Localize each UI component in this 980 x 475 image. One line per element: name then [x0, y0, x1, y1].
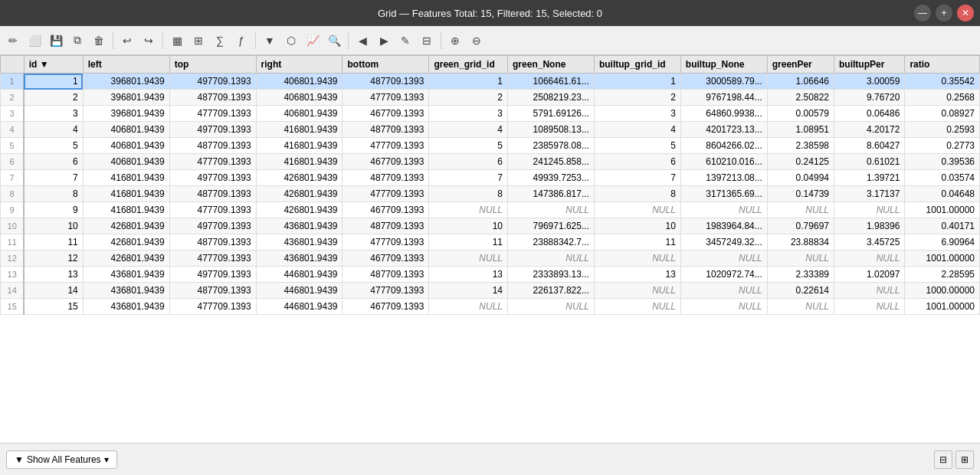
cell-green_grid_id: 5	[429, 138, 508, 154]
cell-green_None: 23888342.7...	[508, 234, 595, 251]
grid-view-button[interactable]: ⊞	[188, 31, 208, 51]
calc-button[interactable]: ∑	[210, 31, 230, 51]
row-number: 6	[1, 154, 25, 170]
cell-left: 426801.9439	[83, 234, 169, 251]
cell-left: 406801.9439	[83, 122, 169, 138]
row-number: 12	[1, 251, 25, 267]
grid2-button[interactable]: ⊟	[417, 31, 437, 51]
cell-builtupPer: 9.76720	[834, 90, 905, 106]
header-id[interactable]: id ▼	[24, 56, 83, 74]
table-row[interactable]: 66406801.9439477709.1393416801.943946770…	[1, 154, 980, 170]
formula-button[interactable]: ƒ	[231, 31, 251, 51]
table-row[interactable]: 77416801.9439497709.1393426801.943948770…	[1, 170, 980, 186]
table-view-button[interactable]: ⊞	[955, 450, 974, 469]
maximize-button[interactable]: +	[936, 5, 952, 21]
cell-left: 416801.9439	[83, 186, 169, 202]
table-row[interactable]: 1111426801.9439487709.1393436801.9439477…	[1, 234, 980, 251]
separator-4	[348, 32, 349, 49]
cell-builtup_grid_id: 3	[594, 106, 680, 122]
minimize-button[interactable]: —	[914, 5, 931, 21]
grid-container[interactable]: id ▼ left top right bottom green_grid_id…	[0, 55, 980, 443]
panel-toggle-button[interactable]: ⊟	[934, 450, 952, 469]
table-row[interactable]: 1010426801.9439497709.1393436801.9439487…	[1, 218, 980, 234]
cell-ratio: 0.2773	[905, 138, 980, 154]
cell-left: 396801.9439	[83, 74, 169, 90]
undo-button[interactable]: ↩	[117, 31, 137, 51]
copy-button[interactable]: ⧉	[67, 31, 87, 51]
select-all-button[interactable]: ⬜	[25, 31, 44, 51]
move-right-button[interactable]: ▶	[374, 31, 394, 51]
move-left-button[interactable]: ◀	[352, 31, 372, 51]
cell-bottom: 487709.1393	[343, 267, 429, 283]
save-button[interactable]: 💾	[46, 31, 66, 51]
cell-bottom: 477709.1393	[343, 186, 429, 202]
cell-builtup_None: 1397213.08...	[680, 170, 767, 186]
cell-builtup_grid_id: 6	[594, 154, 680, 170]
show-all-label: Show All Features	[27, 454, 101, 465]
cell-top: 477709.1393	[169, 106, 256, 122]
header-right[interactable]: right	[256, 56, 343, 74]
table-row[interactable]: 44406801.9439497709.1393416801.943948770…	[1, 122, 980, 138]
cell-builtup_grid_id: 7	[594, 170, 680, 186]
cell-builtupPer: 3.17137	[834, 186, 905, 202]
separator-2	[162, 32, 163, 49]
header-builtup-none[interactable]: builtup_None	[680, 56, 767, 74]
toolbar: ✏ ⬜ 💾 ⧉ 🗑 ↩ ↪ ▦ ⊞ ∑ ƒ ▼ ⬡ 📈 🔍 ◀ ▶ ✎ ⊟ ⊕ …	[0, 26, 980, 55]
cell-green_grid_id: 11	[429, 234, 508, 251]
header-ratio[interactable]: ratio	[905, 56, 980, 74]
chart-button[interactable]: 📈	[303, 31, 323, 51]
table-row[interactable]: 55406801.9439487709.1393416801.943947770…	[1, 138, 980, 154]
cell-builtup_grid_id: 8	[594, 186, 680, 202]
table-row[interactable]: 1414436801.9439487709.1393446801.9439477…	[1, 283, 980, 299]
cell-builtup_grid_id: NULL	[594, 251, 680, 267]
cell-builtupPer: NULL	[834, 202, 905, 218]
cell-builtup_None: 3171365.69...	[680, 186, 767, 202]
table-row[interactable]: 1212426801.9439477709.1393436801.9439467…	[1, 251, 980, 267]
cell-top: 487709.1393	[169, 138, 256, 154]
header-greenper[interactable]: greenPer	[767, 56, 834, 74]
cell-builtupPer: 8.60427	[834, 138, 905, 154]
cell-green_grid_id: 8	[429, 186, 508, 202]
columns-button[interactable]: ▦	[167, 31, 187, 51]
cell-left: 406801.9439	[83, 138, 169, 154]
table-row[interactable]: 11396801.9439497709.1393406801.943948770…	[1, 74, 980, 90]
map-button[interactable]: ⬡	[281, 31, 301, 51]
header-green-none[interactable]: green_None	[508, 56, 595, 74]
edit2-button[interactable]: ✎	[395, 31, 415, 51]
cell-green_None: 796971.625...	[508, 218, 595, 234]
row-number: 9	[1, 202, 25, 218]
header-top[interactable]: top	[169, 56, 256, 74]
cell-builtup_None: 1983964.84...	[680, 218, 767, 234]
header-green-grid-id[interactable]: green_grid_id	[429, 56, 508, 74]
table-row[interactable]: 1515436801.9439477709.1393446801.9439467…	[1, 299, 980, 315]
table-row[interactable]: 99416801.9439477709.1393426801.943946770…	[1, 202, 980, 218]
close-button[interactable]: ✕	[957, 5, 974, 21]
redo-button[interactable]: ↪	[139, 31, 159, 51]
header-bottom[interactable]: bottom	[343, 56, 429, 74]
edit-tool-button[interactable]: ✏	[3, 31, 23, 51]
header-builtup-grid-id[interactable]: builtup_grid_id	[594, 56, 680, 74]
cell-green_grid_id: 10	[429, 218, 508, 234]
delete-button[interactable]: 🗑	[89, 31, 109, 51]
table-row[interactable]: 33396801.9439477709.1393406801.943946770…	[1, 106, 980, 122]
search-button[interactable]: 🔍	[324, 31, 344, 51]
cell-left: 416801.9439	[83, 202, 169, 218]
header-rownum	[1, 56, 25, 74]
filter-button[interactable]: ▼	[260, 31, 280, 51]
table-row[interactable]: 88416801.9439487709.1393426801.943947770…	[1, 186, 980, 202]
cell-builtupPer: 1.02097	[834, 267, 905, 283]
zoom-in-button[interactable]: ⊕	[445, 31, 465, 51]
table-row[interactable]: 22396801.9439487709.1393406801.943947770…	[1, 90, 980, 106]
cell-greenPer: 2.38598	[767, 138, 834, 154]
header-left[interactable]: left	[83, 56, 169, 74]
cell-builtupPer: 4.20172	[834, 122, 905, 138]
cell-green_None: 226137.822...	[508, 283, 595, 299]
table-body: 11396801.9439497709.1393406801.943948770…	[1, 74, 980, 315]
table-row[interactable]: 1313436801.9439497709.1393446801.9439487…	[1, 267, 980, 283]
cell-ratio: 1001.00000	[905, 202, 980, 218]
cell-top: 487709.1393	[169, 283, 256, 299]
show-all-features-button[interactable]: ▼ Show All Features ▾	[6, 450, 117, 469]
zoom-out-button[interactable]: ⊖	[467, 31, 487, 51]
header-builtupPer[interactable]: builtupPer	[834, 56, 905, 74]
cell-ratio: 1000.00000	[905, 283, 980, 299]
